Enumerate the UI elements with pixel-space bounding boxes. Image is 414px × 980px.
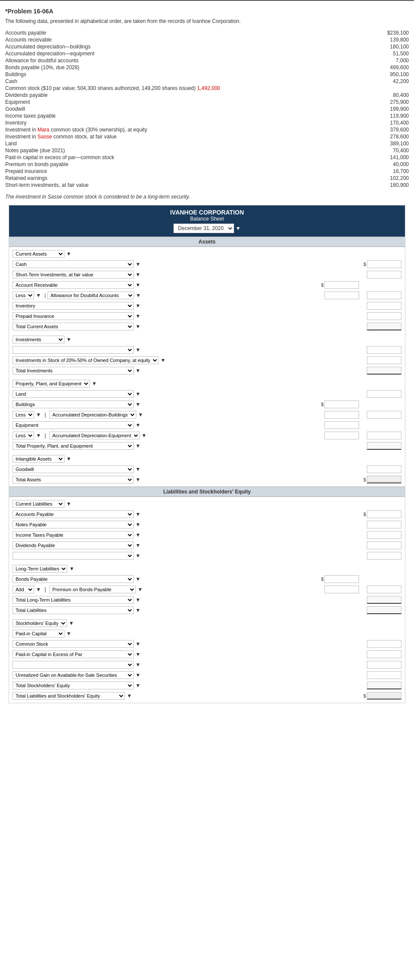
retained-earnings-blank-select[interactable]	[13, 661, 134, 669]
notes-payable-input[interactable]	[367, 521, 401, 528]
allowance-select[interactable]: Allowance for Doubtful Accounts	[48, 291, 134, 299]
total-current-assets-input[interactable]	[367, 323, 401, 330]
stockholders-equity-select[interactable]: Stockholders' Equity	[13, 619, 67, 627]
current-assets-label-col: Current Assets ▼	[13, 250, 278, 258]
cash-input[interactable]	[367, 260, 401, 268]
inventory-select[interactable]: Inventory	[13, 302, 134, 310]
cash-select[interactable]: Cash	[13, 260, 134, 268]
retained-earnings-blank-input[interactable]	[367, 661, 401, 669]
total-ppe-select[interactable]: Total Property, Plant, and Equipment	[13, 442, 134, 450]
allowance-input[interactable]	[324, 291, 359, 299]
income-taxes-payable-select[interactable]: Income Taxes Payable	[13, 531, 134, 539]
inventory-input[interactable]	[367, 302, 401, 310]
total-liabilities-equity-input[interactable]	[367, 692, 401, 700]
total-ppe-input[interactable]	[367, 442, 401, 450]
goodwill-select[interactable]: Goodwill	[13, 465, 134, 473]
goodwill-input[interactable]	[367, 465, 401, 473]
allowance-net-input[interactable]	[367, 291, 401, 299]
accounts-payable-input[interactable]	[367, 510, 401, 518]
total-assets-input[interactable]	[367, 476, 401, 484]
total-long-term-liabilities-select[interactable]: Total Long-Term Liabilities	[13, 596, 134, 604]
less-buildings-select[interactable]: Less	[13, 411, 34, 419]
current-assets-section-row: Current Assets ▼	[13, 249, 401, 259]
account-receivable-input[interactable]	[324, 281, 359, 289]
total-liabilities-select[interactable]: Total Liabilities	[13, 606, 134, 614]
current-assets-select[interactable]: Current Assets	[13, 250, 64, 258]
bonds-payable-select[interactable]: Bonds Payable	[13, 575, 134, 583]
acc-dep-buildings-select[interactable]: Accumulated Depreciaton-Buildings	[49, 411, 136, 419]
acc-dep-buildings-input[interactable]	[324, 411, 359, 419]
paid-in-capital-excess-input[interactable]	[367, 650, 401, 658]
total-investments-select[interactable]: Total Investments	[13, 367, 134, 375]
ppe-select[interactable]: Property, Plant, and Equipment	[13, 380, 90, 388]
investments-select[interactable]: Investments	[13, 336, 64, 343]
short-term-inv-select[interactable]: Short-Term Investments, at fair value	[13, 271, 134, 279]
equipment-input[interactable]	[324, 421, 359, 429]
bs-header: IVANHOE CORPORATION Balance Sheet Decemb…	[9, 205, 405, 237]
bs-date-select[interactable]: December 31, 2020	[173, 224, 234, 233]
bs-date-row[interactable]: December 31, 2020 ▼	[13, 224, 401, 233]
total-long-term-liabilities-input[interactable]	[367, 596, 401, 604]
total-stockholders-equity-select[interactable]: Total Stockholders' Equity	[13, 682, 134, 689]
long-term-liabilities-select[interactable]: Long-Term Liabilities	[13, 565, 67, 573]
buildings-select[interactable]: Buildings	[13, 400, 134, 408]
acc-dep-equipment-select[interactable]: Accumulated Depreciaton-Equipment	[49, 432, 140, 439]
land-input[interactable]	[367, 390, 401, 398]
investment-blank-select[interactable]	[13, 346, 134, 354]
land-select[interactable]: Land	[13, 390, 134, 398]
acc-dep-equipment-input[interactable]	[324, 432, 359, 439]
total-liabilities-input[interactable]	[367, 606, 401, 614]
income-taxes-payable-input[interactable]	[367, 531, 401, 539]
short-term-inv-dropdown-icon: ▼	[135, 272, 141, 278]
notes-payable-select[interactable]: Notes Payable	[13, 521, 134, 528]
bonds-payable-input[interactable]	[324, 575, 359, 583]
acc-dep-buildings-net-input[interactable]	[367, 411, 401, 419]
unrealized-gain-select[interactable]: Unrealized Gain on Available-for-Sale Se…	[13, 671, 134, 679]
total-current-liabilities-blank-input[interactable]	[367, 552, 401, 560]
investments-stock-select[interactable]: Investments in Stock of 20%-50% of Owned…	[13, 356, 159, 364]
dividends-payable-dropdown-icon: ▼	[135, 542, 141, 548]
investments-stock-row: Investments in Stock of 20%-50% of Owned…	[13, 355, 401, 365]
retained-earnings-blank-row: ▼	[13, 660, 401, 670]
total-stockholders-equity-input[interactable]	[367, 682, 401, 689]
dividends-payable-input[interactable]	[367, 541, 401, 549]
paid-in-capital-excess-select[interactable]: Paid-in Capital in Excess of Par	[13, 650, 134, 658]
prepaid-insurance-select[interactable]: Prepaid Insurance	[13, 312, 134, 320]
equipment-select[interactable]: Equipment	[13, 421, 134, 429]
paid-in-capital-select[interactable]: Paid-in Capital	[13, 630, 64, 637]
add-select[interactable]: Add	[13, 586, 34, 593]
unrealized-gain-dropdown-icon: ▼	[135, 672, 141, 678]
problem-note: The investment in Sasse common stock is …	[5, 194, 409, 200]
dividends-payable-select[interactable]: Dividends Payable	[13, 541, 134, 549]
account-receivable-select[interactable]: Account Receivable	[13, 281, 134, 289]
prepaid-insurance-input[interactable]	[367, 312, 401, 320]
acc-dep-equipment-net-input[interactable]	[367, 432, 401, 439]
total-liabilities-equity-select[interactable]: Total Liabilities and Stockholders' Equi…	[13, 692, 125, 700]
add-premium-row: Add ▼ | Premium on Bonds Payable ▼	[13, 584, 401, 595]
total-current-assets-select[interactable]: Total Current Assets	[13, 323, 134, 330]
list-item: Prepaid insurance16,700	[5, 168, 409, 175]
buildings-input[interactable]	[324, 400, 359, 408]
intangible-assets-select[interactable]: Intangible Assets	[13, 455, 64, 463]
less-equipment-select[interactable]: Less	[13, 432, 34, 439]
assets-section-header: Assets	[9, 237, 405, 247]
investment-blank-input[interactable]	[367, 346, 401, 354]
premium-bonds-net-input[interactable]	[367, 586, 401, 593]
short-term-inv-input[interactable]	[367, 271, 401, 279]
less-select[interactable]: Less	[13, 291, 34, 299]
premium-bonds-select[interactable]: Premium on Bonds Payable	[49, 586, 136, 593]
unrealized-gain-input[interactable]	[367, 671, 401, 679]
total-current-liabilities-blank-select[interactable]	[13, 552, 134, 560]
current-liabilities-select[interactable]: Current Liabilities	[13, 500, 64, 508]
allowance-dropdown-icon: ▼	[136, 292, 141, 298]
total-liabilities-row: Total Liabilities ▼	[13, 605, 401, 615]
premium-bonds-input[interactable]	[324, 586, 359, 593]
liabilities-body: Current Liabilities ▼ Accounts Payable ▼	[9, 497, 405, 703]
total-ppe-row: Total Property, Plant, and Equipment ▼	[13, 441, 401, 451]
total-investments-input[interactable]	[367, 367, 401, 375]
total-assets-select[interactable]: Total Assets	[13, 476, 134, 484]
common-stock-input[interactable]	[367, 640, 401, 648]
common-stock-select[interactable]: Common Stock	[13, 640, 134, 648]
accounts-payable-select[interactable]: Accounts Payable	[13, 510, 134, 518]
investments-stock-input[interactable]	[367, 356, 401, 364]
